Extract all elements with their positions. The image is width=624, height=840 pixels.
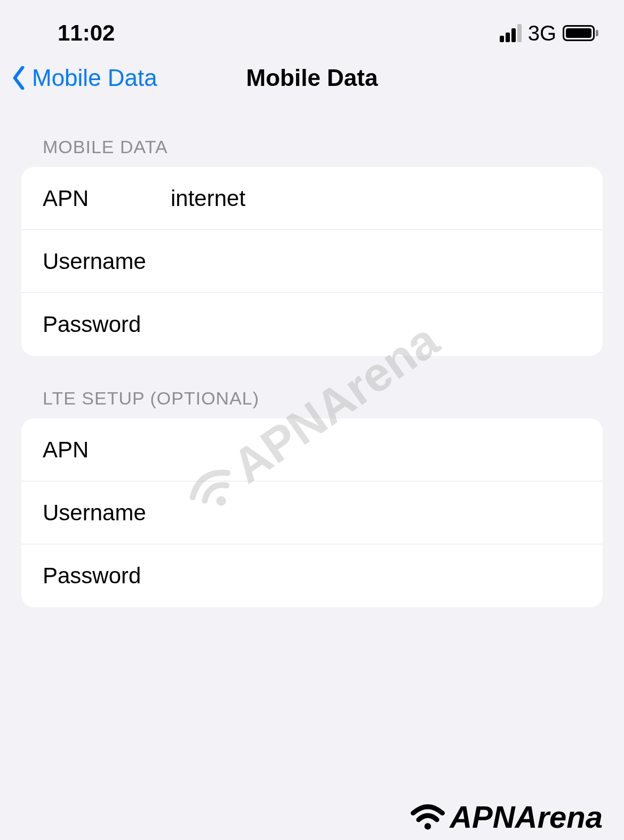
row-lte-username[interactable]: Username [21, 481, 603, 544]
row-mobile-data-username[interactable]: Username [21, 230, 603, 293]
input-lte-password[interactable] [171, 563, 581, 589]
row-lte-password[interactable]: Password [21, 544, 603, 607]
label-lte-username: Username [43, 500, 171, 526]
status-right: 3G [500, 21, 598, 45]
input-apn[interactable] [171, 186, 581, 211]
group-mobile-data: APN Username Password [21, 167, 603, 356]
input-password[interactable] [171, 312, 581, 337]
section-header-mobile-data: MOBILE DATA [0, 105, 624, 167]
battery-icon [563, 25, 598, 41]
wifi-icon [409, 802, 446, 831]
back-label: Mobile Data [32, 65, 157, 91]
label-lte-password: Password [43, 563, 171, 589]
network-type: 3G [528, 21, 556, 45]
page-title: Mobile Data [246, 65, 378, 91]
label-lte-apn: APN [43, 437, 171, 463]
signal-icon [500, 24, 522, 42]
back-button[interactable]: Mobile Data [11, 65, 157, 91]
status-bar: 11:02 3G [0, 0, 624, 57]
section-header-lte: LTE SETUP (OPTIONAL) [0, 356, 624, 418]
row-lte-apn[interactable]: APN [21, 418, 603, 481]
watermark-bottom: APNArena [409, 799, 603, 835]
label-password: Password [43, 312, 171, 337]
svg-point-1 [425, 823, 431, 829]
group-lte-setup: APN Username Password [21, 418, 603, 607]
row-mobile-data-password[interactable]: Password [21, 293, 603, 356]
label-username: Username [43, 249, 171, 274]
input-lte-apn[interactable] [171, 437, 581, 463]
status-time: 11:02 [58, 20, 115, 46]
label-apn: APN [43, 186, 171, 211]
nav-bar: Mobile Data Mobile Data [0, 57, 624, 105]
row-mobile-data-apn[interactable]: APN [21, 167, 603, 230]
chevron-left-icon [11, 66, 27, 90]
watermark-bottom-text: APNArena [450, 799, 603, 835]
input-username[interactable] [171, 249, 581, 274]
input-lte-username[interactable] [171, 500, 581, 526]
